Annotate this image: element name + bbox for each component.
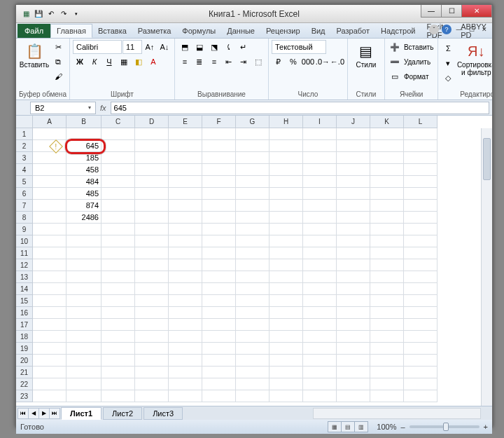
cell[interactable] [270,259,303,271]
cell[interactable] [303,271,337,283]
cell[interactable] [33,224,66,235]
cell[interactable] [169,319,202,331]
col-header[interactable]: J [337,116,370,128]
cell[interactable] [135,283,169,295]
cell[interactable] [169,307,202,319]
cell[interactable] [236,283,270,295]
row-header[interactable]: 1 [16,128,33,140]
align-center-icon[interactable]: ≣ [192,55,206,69]
cell[interactable] [370,140,404,152]
cell[interactable] [337,319,370,331]
italic-button[interactable]: К [88,55,102,69]
cell[interactable] [135,235,169,247]
cell[interactable] [404,355,438,367]
cell[interactable] [404,212,438,224]
row-header[interactable]: 20 [16,355,33,367]
cell[interactable] [404,307,438,319]
align-top-icon[interactable]: ⬒ [178,40,192,54]
redo-icon[interactable]: ↷ [58,8,69,20]
col-header[interactable]: K [370,116,404,128]
cell[interactable] [337,152,370,164]
page-break-view-button[interactable]: ▥ [354,421,368,432]
cell[interactable] [337,224,370,235]
cell[interactable] [33,355,66,367]
ribbon-tab-главная[interactable]: Главная [50,24,92,38]
cell[interactable] [236,176,270,188]
cell[interactable] [370,247,404,259]
font-name-select[interactable]: Calibri [73,40,122,54]
cell[interactable] [135,331,169,343]
cell[interactable] [270,367,303,378]
row-header[interactable]: 19 [16,343,33,355]
cell[interactable] [66,367,102,378]
cell[interactable] [202,271,236,283]
cell[interactable] [33,152,66,164]
cell[interactable] [404,295,438,307]
cell[interactable] [135,367,169,378]
cell[interactable] [169,200,202,212]
cell[interactable] [370,367,404,378]
cell[interactable] [135,378,169,390]
cell[interactable] [270,188,303,200]
row-header[interactable]: 2 [16,140,33,152]
merge-icon[interactable]: ⬚ [251,55,265,69]
cell[interactable] [270,283,303,295]
sheet-tab[interactable]: Лист3 [144,407,183,420]
row-header[interactable]: 12 [16,259,33,271]
ribbon-tab-вид[interactable]: Вид [306,24,331,38]
cell[interactable] [102,200,135,212]
cell[interactable] [337,128,370,140]
cell[interactable] [370,176,404,188]
cell[interactable] [135,247,169,259]
col-header[interactable]: H [270,116,303,128]
cell[interactable] [102,355,135,367]
sheet-nav-last[interactable]: ⏭ [49,408,60,419]
row-header[interactable]: 13 [16,271,33,283]
cell[interactable] [202,331,236,343]
cell[interactable] [102,295,135,307]
cell[interactable] [370,378,404,390]
cell[interactable] [102,164,135,176]
cell[interactable] [102,152,135,164]
cell[interactable] [102,140,135,152]
cell[interactable] [135,390,169,402]
cell[interactable] [370,390,404,402]
cell[interactable] [236,319,270,331]
row-header[interactable]: 21 [16,367,33,378]
cell[interactable] [66,390,102,402]
format-cells-icon[interactable]: ▭ [388,69,402,83]
cell[interactable] [135,307,169,319]
cell[interactable] [169,176,202,188]
row-header[interactable]: 23 [16,390,33,402]
cell[interactable] [66,343,102,355]
cell[interactable] [33,319,66,331]
font-size-select[interactable]: 11 [122,40,142,54]
currency-icon[interactable]: ₽ [272,55,286,69]
cell[interactable] [303,247,337,259]
row-header[interactable]: 16 [16,307,33,319]
cell[interactable] [102,283,135,295]
cell[interactable] [202,343,236,355]
cell[interactable] [270,271,303,283]
doc-minimize-icon[interactable]: — [454,25,464,34]
cell[interactable] [404,176,438,188]
cell[interactable] [404,188,438,200]
cells-area[interactable]: 6451854584844858742486 [33,128,438,402]
normal-view-button[interactable]: ▦ [328,421,342,432]
cell[interactable] [337,355,370,367]
cell[interactable] [270,295,303,307]
cell[interactable] [202,235,236,247]
page-layout-view-button[interactable]: ▤ [341,421,355,432]
cell[interactable] [66,307,102,319]
horizontal-scrollbar[interactable] [313,408,481,419]
cell[interactable] [370,164,404,176]
cell[interactable] [33,343,66,355]
increase-decimal-icon[interactable]: .0→ [316,55,330,69]
cell[interactable] [135,295,169,307]
cell[interactable] [33,200,66,212]
help-icon[interactable]: ? [442,25,451,34]
zoom-knob[interactable] [443,423,449,431]
zoom-slider[interactable] [410,425,479,428]
cell[interactable] [102,367,135,378]
sheet-nav-first[interactable]: ⏮ [18,408,29,419]
